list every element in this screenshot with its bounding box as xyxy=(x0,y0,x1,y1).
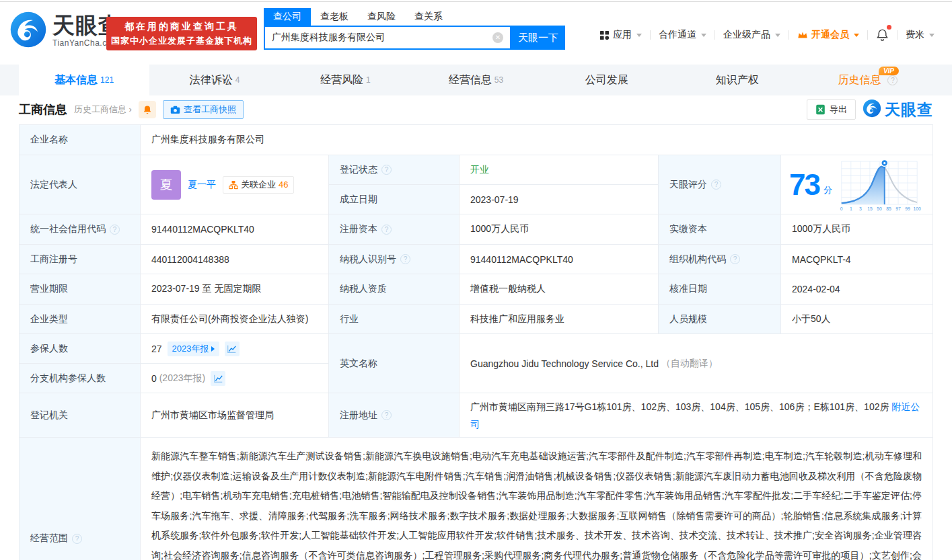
legal-rep-name-link[interactable]: 夏一平 xyxy=(188,179,216,191)
taxpayer-quality-value: 增值税一般纳税人 xyxy=(460,274,659,304)
section-title: 工商信息 xyxy=(19,102,67,118)
help-icon[interactable] xyxy=(887,75,898,85)
crown-icon xyxy=(797,30,808,40)
address-cell: 广州市黄埔区南翔三路17号G1栋101房、102房、103房、104房、105房… xyxy=(460,393,932,438)
business-scope-value: 新能源汽车整车销售;新能源汽车生产测试设备销售;新能源汽车换电设施销售;电动汽车… xyxy=(141,438,932,560)
related-companies-badge[interactable]: 关联企业 46 xyxy=(223,176,294,194)
company-name-label: 企业名称 xyxy=(20,125,141,155)
table-row: 营业期限 2023-07-19 至 无固定期限 纳税人资质 增值税一般纳税人 核… xyxy=(20,274,932,305)
tianyancha-company-page: 天眼查 TianYanCha.com 都在用的商业查询工具 国家中小企业发展子基… xyxy=(0,0,952,560)
tab-basic-info[interactable]: 基本信息 121 xyxy=(19,65,149,95)
english-name-value: Guangzhou Jidu Technology Service Co., L… xyxy=(470,358,659,369)
banner-line1: 都在用的商业查询工具 xyxy=(124,21,239,33)
search-area: 查公司 查老板 查风险 查关系 广州集度科技服务有限公司 天眼一下 xyxy=(264,8,565,50)
reg-capital-value: 1000万人民币 xyxy=(460,214,659,244)
paid-capital-label: 实缴资本 xyxy=(659,214,781,244)
menu-enterprise[interactable]: 企业级产品 xyxy=(715,29,789,41)
reg-capital-label: 注册资本 xyxy=(329,214,460,244)
camera-icon xyxy=(170,106,180,114)
menu-open-vip[interactable]: 开通会员 xyxy=(789,29,867,41)
menu-apps[interactable]: 应用 xyxy=(591,29,650,41)
table-row: 企业类型 有限责任公司(外商投资企业法人独资) 行业 科技推广和应用服务业 人员… xyxy=(20,305,932,334)
help-icon[interactable] xyxy=(381,410,392,420)
taxpayer-quality-label: 纳税人资质 xyxy=(329,274,460,304)
insured-label: 参保人数 xyxy=(20,334,141,363)
tianyancha-brand-icon xyxy=(863,99,881,120)
tab-intellectual-property[interactable]: 知识产权 xyxy=(672,65,803,95)
tab-company-development[interactable]: 公司发展 xyxy=(542,65,672,95)
registry-value: 广州市黄埔区市场监督管理局 xyxy=(141,393,329,437)
english-name-note: （自动翻译） xyxy=(661,358,718,370)
english-name-label: 英文名称 xyxy=(329,334,460,393)
uscc-label: 统一社会信用代码 xyxy=(20,214,141,244)
registry-label: 登记机关 xyxy=(20,393,141,437)
notification-bell-icon xyxy=(876,28,889,42)
legal-rep-avatar[interactable]: 夏 xyxy=(151,170,181,200)
svg-text:97: 97 xyxy=(895,206,901,210)
chevron-down-icon xyxy=(775,34,780,37)
english-name-cell: Guangzhou Jidu Technology Service Co., L… xyxy=(460,334,932,393)
menu-partner[interactable]: 合作通道 xyxy=(651,29,715,41)
clear-search-icon[interactable] xyxy=(492,32,503,43)
help-icon[interactable] xyxy=(711,179,721,190)
establish-date-label: 成立日期 xyxy=(329,185,460,214)
company-type-label: 企业类型 xyxy=(20,305,141,333)
promo-banner: 都在用的商业查询工具 国家中小企业发展子基金旗下机构 xyxy=(106,17,257,50)
score-distribution-chart[interactable]: 0 1 3 15 50 85 97 99 100 xyxy=(836,157,921,212)
search-tab-risk[interactable]: 查风险 xyxy=(358,8,405,26)
svg-text:99: 99 xyxy=(905,206,910,210)
reg-status-label: 登记状态 xyxy=(329,155,460,184)
tab-business-info[interactable]: 经营信息 53 xyxy=(410,65,541,95)
help-icon[interactable] xyxy=(72,534,82,544)
tab-legal-cases[interactable]: 法律诉讼 4 xyxy=(149,65,280,95)
monitor-bell-icon xyxy=(143,105,152,115)
search-tab-boss[interactable]: 查老板 xyxy=(311,8,358,26)
tianyancha-logo-icon xyxy=(9,11,47,51)
notifications-button[interactable] xyxy=(868,28,897,42)
search-button[interactable]: 天眼一下 xyxy=(511,26,565,50)
company-section-tabs: 基本信息 121 法律诉讼 4 经营风险 1 经营信息 53 公司发展 知识产权… xyxy=(0,65,952,95)
chevron-down-icon xyxy=(701,34,706,37)
help-icon[interactable] xyxy=(110,225,120,235)
monitor-bell-button[interactable] xyxy=(139,101,156,118)
establish-date-value: 2023-07-19 xyxy=(460,185,658,214)
trend-chart-icon xyxy=(227,344,237,354)
svg-text:100: 100 xyxy=(913,206,920,210)
help-icon[interactable] xyxy=(730,254,740,264)
search-tab-relation[interactable]: 查关系 xyxy=(405,8,452,26)
industry-value: 科技推广和应用服务业 xyxy=(460,305,659,333)
search-input[interactable]: 广州集度科技服务有限公司 xyxy=(264,26,511,50)
help-icon[interactable] xyxy=(400,254,410,264)
insured-trend-button[interactable] xyxy=(225,342,240,356)
score-unit: 分 xyxy=(823,184,832,196)
banner-line2: 国家中小企业发展子基金旗下机构 xyxy=(111,35,252,47)
legal-rep-label: 法定代表人 xyxy=(20,155,141,214)
notification-dot xyxy=(887,25,891,30)
menu-user[interactable]: 费米 xyxy=(898,29,943,41)
legal-rep-cell: 夏 夏一平 关联企业 46 xyxy=(141,155,329,214)
org-code-label: 组织机构代码 xyxy=(659,245,781,274)
branch-insured-trend-button[interactable] xyxy=(211,371,225,386)
tab-business-risk[interactable]: 经营风险 1 xyxy=(280,65,410,95)
tianyancha-logo[interactable]: 天眼查 TianYanCha.com xyxy=(9,11,121,51)
chevron-down-icon xyxy=(854,34,859,37)
table-row: 分支机构参保人数 0 (2023年报) xyxy=(20,364,328,393)
score-value: 73 xyxy=(789,170,819,200)
staff-size-value: 小于50人 xyxy=(781,305,932,333)
svg-text:85: 85 xyxy=(886,206,891,210)
top-divider xyxy=(0,1,952,2)
chevron-right-icon xyxy=(211,346,215,352)
help-icon[interactable] xyxy=(381,165,392,175)
help-icon[interactable] xyxy=(381,225,392,235)
export-button[interactable]: 导出 xyxy=(807,99,856,120)
address-label: 注册地址 xyxy=(329,393,460,437)
search-tab-company[interactable]: 查公司 xyxy=(264,8,311,26)
tab-history-info[interactable]: 历史信息 VIP xyxy=(803,65,933,95)
reg-number-label: 工商注册号 xyxy=(20,245,141,274)
annual-report-badge[interactable]: 2023年报 xyxy=(168,342,219,356)
history-business-info-link[interactable]: 历史工商信息 xyxy=(74,104,132,116)
reg-status-value: 开业 xyxy=(460,155,658,184)
status-date-subtable: 登记状态 开业 成立日期 2023-07-19 xyxy=(329,155,659,214)
view-business-snapshot-button[interactable]: 查看工商快照 xyxy=(163,100,244,119)
chevron-down-icon xyxy=(929,34,935,37)
